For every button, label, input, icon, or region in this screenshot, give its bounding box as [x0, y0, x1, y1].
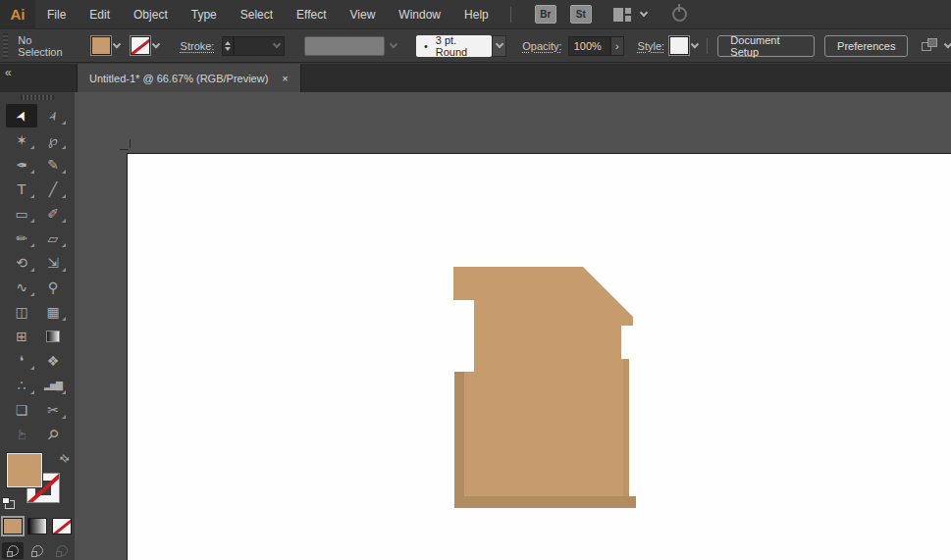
type-tool[interactable]: T	[6, 178, 37, 201]
shape-builder-tool[interactable]: ◫	[6, 300, 37, 324]
brush-definition-value: 3 pt. Round	[436, 34, 484, 58]
width-profile-preview[interactable]	[304, 36, 385, 56]
brush-definition-chevron-button[interactable]	[492, 35, 506, 57]
draw-inside-button[interactable]	[51, 542, 73, 559]
none-mode-button[interactable]	[52, 518, 72, 535]
menu-help[interactable]: Help	[452, 0, 501, 29]
column-graph-tool[interactable]: ▂▅▇	[37, 374, 69, 397]
menu-file[interactable]: File	[35, 0, 78, 29]
mesh-tool[interactable]: ⊞	[6, 325, 37, 348]
opacity-label[interactable]: Opacity:	[522, 40, 561, 52]
draw-normal-button[interactable]	[2, 542, 24, 559]
pencil-tool[interactable]: ✏	[6, 227, 37, 250]
document-setup-button[interactable]: Document Setup	[717, 35, 815, 57]
tools-panel: ➤ ➢ ✶ ℘ ✒ ✎ T ╱ ▭ ✐ ✏ ▱ ⟲ ⇲ ∿ ⚲ ◫ ▦ ⊞ ❛ …	[0, 92, 75, 560]
pen-tool[interactable]: ✒	[6, 153, 37, 177]
symbol-sprayer-tool[interactable]: ∴	[6, 374, 37, 397]
style-swatch[interactable]	[669, 36, 689, 55]
stroke-color-swatch[interactable]	[131, 36, 150, 55]
menu-object[interactable]: Object	[122, 0, 180, 29]
opacity-field[interactable]: 100%	[568, 36, 610, 56]
hand-tool[interactable]: ☞	[6, 423, 37, 446]
style-chevron-icon[interactable]	[691, 40, 699, 48]
tab-bar: « Untitled-1* @ 66.67% (RGB/Preview) ×	[0, 64, 951, 92]
puppet-warp-tool[interactable]: ⚲	[37, 276, 69, 299]
selection-tool[interactable]: ➤	[6, 104, 37, 127]
stroke-weight-stepper[interactable]	[222, 36, 234, 56]
eyedropper-tool[interactable]: ❛	[6, 349, 37, 373]
preferences-button[interactable]: Preferences	[824, 35, 908, 57]
default-fill-stroke-icon[interactable]	[5, 500, 15, 509]
curvature-tool[interactable]: ✎	[37, 153, 69, 177]
stroke-color-chevron-icon[interactable]	[152, 40, 160, 48]
menu-select[interactable]: Select	[229, 0, 285, 29]
color-mode-button[interactable]	[3, 518, 23, 535]
menu-effect[interactable]: Effect	[285, 0, 338, 29]
scale-tool[interactable]: ⇲	[37, 251, 69, 275]
control-separator	[707, 38, 708, 54]
menu-window[interactable]: Window	[387, 0, 452, 29]
canvas-area[interactable]	[75, 92, 951, 560]
illustrator-logo: Ai	[0, 0, 35, 29]
width-tool[interactable]: ∿	[6, 276, 37, 299]
collapse-panel-icon[interactable]: «	[5, 66, 12, 79]
artboard-tool[interactable]: ❏	[6, 398, 37, 422]
rotate-tool[interactable]: ⟲	[6, 251, 37, 275]
sync-settings-icon[interactable]	[672, 7, 687, 22]
selection-status: No Selection	[18, 34, 76, 58]
opacity-next-button[interactable]: ›	[610, 36, 624, 56]
panel-options-icon[interactable]	[922, 38, 937, 53]
fill-stroke-indicator: ⇄	[0, 452, 75, 511]
zoom-tool[interactable]: ⚲	[37, 423, 69, 446]
artboard[interactable]	[127, 153, 951, 560]
stock-button[interactable]: St	[570, 5, 592, 24]
menu-edit[interactable]: Edit	[78, 0, 122, 29]
paint-style-row	[0, 518, 75, 535]
tab-close-icon[interactable]: ×	[282, 73, 288, 84]
crop-mark	[120, 149, 129, 150]
tools-panel-grip[interactable]	[21, 95, 54, 100]
gradient-tool-icon	[46, 331, 60, 342]
magic-wand-tool[interactable]: ✶	[6, 128, 37, 152]
style-label[interactable]: Style:	[638, 40, 665, 52]
bridge-button[interactable]: Br	[535, 5, 556, 24]
blend-tool[interactable]: ❖	[37, 349, 69, 373]
perspective-grid-tool[interactable]: ▦	[37, 300, 69, 324]
paintbrush-tool[interactable]: ✐	[37, 202, 69, 226]
menu-view[interactable]: View	[339, 0, 388, 29]
slice-tool[interactable]: ✂	[37, 398, 69, 422]
menu-separator	[510, 7, 511, 23]
panel-grip[interactable]	[3, 33, 8, 59]
gradient-mode-button[interactable]	[27, 518, 47, 535]
menu-bar: Ai File Edit Object Type Select Effect V…	[0, 0, 951, 29]
workspace-switcher-icon[interactable]	[613, 8, 631, 22]
brush-bullet-icon: •	[424, 40, 428, 52]
workspace-chevron-icon[interactable]	[639, 9, 647, 17]
menu-type[interactable]: Type	[180, 0, 229, 29]
lasso-tool[interactable]: ℘	[37, 128, 69, 152]
line-segment-tool[interactable]: ╱	[37, 178, 69, 201]
rectangle-tool[interactable]: ▭	[6, 202, 37, 226]
document-tab[interactable]: Untitled-1* @ 66.67% (RGB/Preview) ×	[77, 64, 301, 92]
tools-grid: ➤ ➢ ✶ ℘ ✒ ✎ T ╱ ▭ ✐ ✏ ▱ ⟲ ⇲ ∿ ⚲ ◫ ▦ ⊞ ❛ …	[0, 104, 75, 446]
stroke-label[interactable]: Stroke:	[181, 40, 215, 52]
control-bar: No Selection Stroke: • 3 pt. Round Opaci…	[0, 29, 951, 63]
stroke-weight-field[interactable]	[234, 36, 285, 56]
brush-definition-dropdown[interactable]: • 3 pt. Round	[416, 35, 492, 57]
eraser-tool[interactable]: ▱	[37, 227, 69, 250]
document-tab-title: Untitled-1* @ 66.67% (RGB/Preview)	[89, 73, 268, 84]
width-profile-chevron-icon	[390, 40, 397, 48]
panel-options-chevron-icon[interactable]	[944, 40, 951, 48]
swap-fill-stroke-icon[interactable]: ⇄	[57, 451, 73, 467]
direct-selection-tool[interactable]: ➢	[37, 104, 69, 127]
crop-mark	[130, 139, 131, 148]
gradient-tool[interactable]	[37, 325, 69, 348]
fill-color-swatch[interactable]	[91, 36, 111, 55]
stroke-weight-chevron-icon[interactable]	[273, 40, 281, 48]
draw-behind-button[interactable]	[26, 542, 48, 559]
drawing-modes-row	[0, 542, 75, 559]
fill-color-chevron-icon[interactable]	[112, 40, 120, 48]
fill-indicator-swatch[interactable]	[7, 453, 42, 487]
